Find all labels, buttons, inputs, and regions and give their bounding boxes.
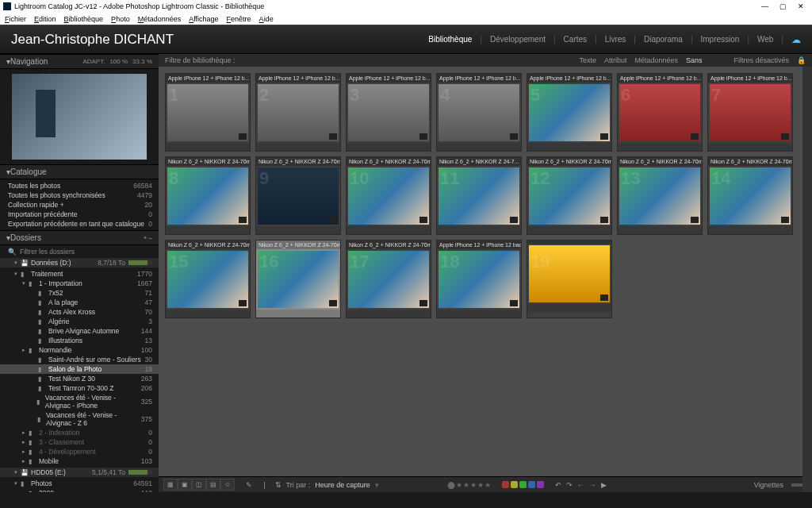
menu-aide[interactable]: Aide <box>259 15 274 23</box>
grid-cell[interactable]: 8Nikon Z 6_2 + NIKKOR Z 24-70m... <box>165 156 251 235</box>
grid-cell[interactable]: 4Apple iPhone 12 + iPhone 12 b... <box>436 73 522 152</box>
folder-row[interactable]: ▸▮3 - Classement0 <box>0 437 159 447</box>
drive-row[interactable]: ▾💾 Données (D:) 8,7/18 To <box>0 258 159 267</box>
menu-edition[interactable]: Edition <box>34 15 56 23</box>
people-view-icon[interactable]: ☺ <box>220 479 235 491</box>
catalogue-list: Toutes les photos66584Toutes les photos … <box>0 179 159 230</box>
play-icon[interactable]: ▶ <box>601 481 607 489</box>
minimize-button[interactable]: — <box>761 2 768 10</box>
sort-direction-icon[interactable]: ⇅ <box>275 481 282 489</box>
module-bibliothèque[interactable]: Bibliothèque <box>428 35 472 44</box>
folder-row[interactable]: ▮A la plage47 <box>0 298 159 307</box>
catalogue-header[interactable]: ▾ Catalogue <box>0 164 159 179</box>
grid-cell[interactable]: 1Apple iPhone 12 + iPhone 12 b... <box>165 73 251 152</box>
prev-icon[interactable]: ← <box>577 481 584 489</box>
thumbnail-grid: 1Apple iPhone 12 + iPhone 12 b...2Apple … <box>159 67 812 476</box>
navigator-preview[interactable] <box>0 69 159 164</box>
menu-fenêtre[interactable]: Fenêtre <box>227 15 251 23</box>
filter-tab-métadonnées[interactable]: Métadonnées <box>634 56 678 64</box>
maximize-button[interactable]: ▢ <box>779 2 787 10</box>
folder-row[interactable]: ▾▮Photos64591 <box>0 479 159 488</box>
drive-row-2[interactable]: ▾💾 HDD05 (E:) 5,1/5,41 To <box>0 468 159 477</box>
close-button[interactable]: ✕ <box>798 2 804 10</box>
filter-tab-attribut[interactable]: Attribut <box>604 56 627 64</box>
grid-cell[interactable]: 19 <box>527 240 612 318</box>
folder-row[interactable]: ▮Vacances été - Venise - Alvignac - iPho… <box>0 393 159 410</box>
filter-tab-sans[interactable]: Sans <box>686 56 703 64</box>
grid-cell[interactable]: 15Nikon Z 6_2 + NIKKOR Z 24-70m... <box>165 240 251 318</box>
grid-cell[interactable]: 11Nikon Z 6_2 + NIKKOR Z 24-7... <box>436 156 522 235</box>
survey-view-icon[interactable]: ▤ <box>206 479 220 491</box>
grid-cell[interactable]: 6Apple iPhone 12 + iPhone 12 b... <box>617 73 703 152</box>
grid-cell[interactable]: 18Apple iPhone 12 + iPhone 12 back... <box>436 240 522 318</box>
menu-bibliothèque[interactable]: Bibliothèque <box>64 15 104 23</box>
grid-cell[interactable]: 9Nikon Z 6_2 + NIKKOR Z 24-70m... <box>255 156 341 235</box>
folder-row[interactable]: ▸▮Mobile103 <box>0 456 159 466</box>
grid-cell[interactable]: 12Nikon Z 6_2 + NIKKOR Z 24-70m... <box>527 156 612 235</box>
lock-icon[interactable]: 🔒 <box>797 56 806 64</box>
folder-row[interactable]: ▾▮1 - Importation1667 <box>0 279 159 288</box>
folder-row[interactable]: ▮Salon de la Photo19 <box>0 364 159 374</box>
catalogue-row[interactable]: Toutes les photos synchronisées4479 <box>0 190 159 200</box>
grid-view-icon[interactable]: ▦ <box>163 479 178 491</box>
library-filter-bar: Filtre de bibliothèque : TexteAttributMé… <box>159 54 812 67</box>
grid-cell[interactable]: 2Apple iPhone 12 + iPhone 12 b... <box>255 73 341 152</box>
folder-row[interactable]: ▮Acts Alex Kross70 <box>0 307 159 317</box>
folder-row[interactable]: ▮Algérie3 <box>0 317 159 326</box>
filter-folders[interactable]: 🔍 Filtrer les dossiers <box>0 245 159 258</box>
module-cartes[interactable]: Cartes <box>564 35 587 44</box>
menu-photo[interactable]: Photo <box>111 15 130 23</box>
grid-cell[interactable]: 13Nikon Z 6_2 + NIKKOR Z 24-70m... <box>617 156 703 235</box>
rotate-right-icon[interactable]: ↷ <box>566 481 573 489</box>
header: Jean-Christophe DICHANT Bibliothèque|Dév… <box>0 25 812 54</box>
grid-cell[interactable]: 14Nikon Z 6_2 + NIKKOR Z 24-70m... <box>707 156 793 235</box>
loupe-view-icon[interactable]: ▣ <box>178 479 192 491</box>
menu-affichage[interactable]: Affichage <box>189 15 218 23</box>
folder-row[interactable]: ▸▮2000110 <box>0 488 159 492</box>
module-impression[interactable]: Impression <box>700 35 739 44</box>
catalogue-row[interactable]: Exportation précédente en tant que catal… <box>0 219 159 229</box>
grid-cell[interactable]: 10Nikon Z 6_2 + NIKKOR Z 24-70m... <box>346 156 431 235</box>
folder-row[interactable]: ▸▮4 - Développement0 <box>0 447 159 456</box>
navigator-header[interactable]: ▾ Navigation ADAPT. 100 % 33.3 % <box>0 54 159 69</box>
grid-cell[interactable]: 7Apple iPhone 12 + iPhone 12 b... <box>707 73 793 152</box>
folder-row[interactable]: ▮Vacances été - Venise - Alvignac - Z 63… <box>0 410 159 428</box>
grid-cell[interactable]: 3Apple iPhone 12 + iPhone 12 b... <box>346 73 431 152</box>
folder-row[interactable]: ▮Saint-André sur orne - Souliers30 <box>0 355 159 364</box>
catalogue-row[interactable]: Collection rapide +20 <box>0 200 159 210</box>
next-icon[interactable]: → <box>589 481 596 489</box>
catalogue-row[interactable]: Importation précédente0 <box>0 210 159 219</box>
module-diaporama[interactable]: Diaporama <box>644 35 683 44</box>
painter-icon[interactable]: ✎ <box>246 481 252 489</box>
grid-cell[interactable]: 17Nikon Z 6_2 + NIKKOR Z 24-70m... <box>346 240 431 318</box>
folder-row[interactable]: ▮Brive Alvignac Automne144 <box>0 326 159 336</box>
module-livres[interactable]: Livres <box>605 35 626 44</box>
module-web[interactable]: Web <box>757 35 773 44</box>
catalogue-row[interactable]: Toutes les photos66584 <box>0 181 159 190</box>
folder-row[interactable]: ▾▮Traitement1770 <box>0 269 159 279</box>
dossiers-header[interactable]: ▾ Dossiers + – <box>0 230 159 245</box>
folder-row[interactable]: ▮Test Nikon Z 30263 <box>0 374 159 383</box>
flag-badge <box>239 217 247 223</box>
folder-row[interactable]: ▮7x5271 <box>0 288 159 298</box>
menu-fichier[interactable]: Fichier <box>5 15 26 23</box>
folder-row[interactable]: ▮Illustrations13 <box>0 336 159 345</box>
drive-icon: 💾 <box>21 469 29 476</box>
folder-row[interactable]: ▮Test Tamron 70-300 Z206 <box>0 383 159 393</box>
cloud-sync-icon[interactable]: ☁ <box>791 34 801 45</box>
folder-row[interactable]: ▸▮2 - Indexation0 <box>0 428 159 437</box>
grid-cell[interactable]: 16Nikon Z 6_2 + NIKKOR Z 24-70m... <box>255 240 341 318</box>
module-développement[interactable]: Développement <box>490 35 546 44</box>
rotate-left-icon[interactable]: ↶ <box>555 481 561 489</box>
flag-badge <box>781 217 789 223</box>
menu-métadonnées[interactable]: Métadonnées <box>138 15 182 23</box>
sort-dropdown[interactable]: Heure de capture <box>315 481 370 489</box>
grid-cell[interactable]: 5Apple iPhone 12 + iPhone 12 b... <box>527 73 612 152</box>
rating-stars[interactable]: ⬤★★★★★ <box>447 481 491 489</box>
folder-row[interactable]: ▸▮Normandie100 <box>0 345 159 355</box>
color-labels[interactable] <box>502 481 544 488</box>
filter-tab-texte[interactable]: Texte <box>579 56 596 64</box>
grid-scrollbar[interactable] <box>802 67 812 492</box>
compare-view-icon[interactable]: ◫ <box>192 479 206 491</box>
filters-disabled-label[interactable]: Filtres désactivés <box>733 56 789 64</box>
